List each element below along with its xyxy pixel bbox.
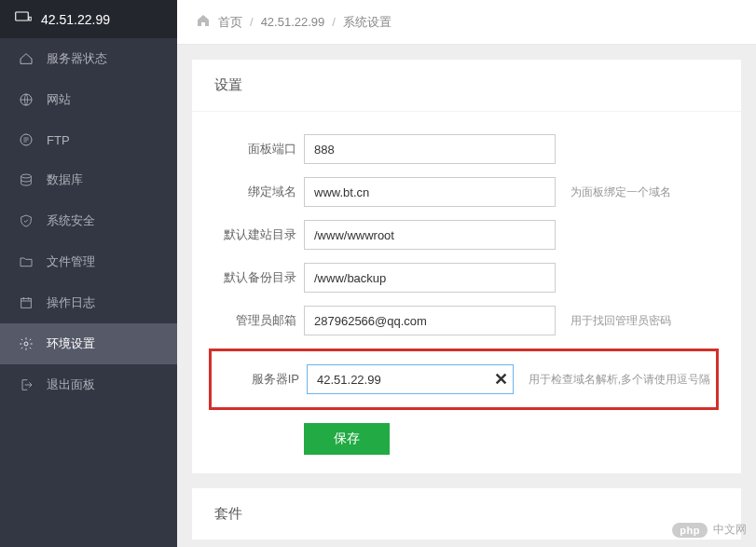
logout-icon [19, 377, 34, 392]
hint-serverip: 用于检查域名解析,多个请使用逗号隔 [529, 372, 710, 388]
label-siteroot: 默认建站目录 [214, 226, 296, 243]
label-port: 面板端口 [214, 141, 296, 157]
hint-domain: 为面板绑定一个域名 [570, 185, 671, 200]
breadcrumb-current: 系统设置 [343, 14, 392, 31]
svg-rect-5 [21, 298, 32, 308]
input-backupdir[interactable] [304, 263, 556, 293]
suite-title: 套件 [192, 488, 741, 540]
globe-icon [19, 92, 34, 107]
sidebar-header: 42.51.22.99 [0, 0, 177, 38]
shield-icon [19, 213, 34, 228]
row-adminmail: 管理员邮箱 用于找回管理员密码 [214, 306, 719, 335]
svg-point-6 [24, 342, 28, 346]
calendar-icon [19, 295, 34, 310]
sidebar-item-env[interactable]: 环境设置 [0, 323, 177, 364]
sidebar-item-website[interactable]: 网站 [0, 79, 177, 120]
gear-icon [19, 336, 34, 351]
input-port[interactable] [304, 134, 556, 164]
sidebar-item-label: 操作日志 [47, 294, 95, 311]
breadcrumb-home[interactable]: 首页 [218, 14, 242, 31]
dashboard-icon [19, 51, 34, 66]
row-serverip: 服务器IP ✕ 用于检查域名解析,多个请使用逗号隔 [217, 364, 710, 394]
svg-point-4 [21, 174, 32, 178]
sidebar-item-label: FTP [47, 133, 70, 147]
breadcrumb-sep: / [250, 15, 254, 29]
sidebar-item-files[interactable]: 文件管理 [0, 241, 177, 282]
row-panel-port: 面板端口 [214, 134, 719, 164]
home-icon [196, 13, 211, 31]
input-domain[interactable] [304, 177, 556, 207]
sidebar-item-label: 系统安全 [47, 212, 95, 229]
row-siteroot: 默认建站目录 [214, 220, 719, 250]
settings-title: 设置 [192, 60, 741, 112]
sidebar-item-logout[interactable]: 退出面板 [0, 364, 177, 405]
clear-icon[interactable]: ✕ [494, 371, 508, 388]
sidebar-item-security[interactable]: 系统安全 [0, 200, 177, 241]
highlight-serverip: 服务器IP ✕ 用于检查域名解析,多个请使用逗号隔 [209, 349, 719, 410]
svg-rect-0 [16, 12, 29, 21]
sidebar-item-label: 文件管理 [47, 253, 95, 270]
ftp-icon [19, 132, 34, 147]
folder-icon [19, 254, 34, 269]
save-button[interactable]: 保存 [304, 423, 390, 455]
sidebar-item-label: 退出面板 [47, 376, 95, 393]
breadcrumb-ip[interactable]: 42.51.22.99 [261, 15, 325, 29]
suite-panel: 套件 [192, 488, 741, 540]
sidebar-item-label: 服务器状态 [47, 50, 107, 67]
monitor-icon [15, 11, 32, 27]
sidebar: 42.51.22.99 服务器状态 网站 FTP 数据库 [0, 0, 177, 547]
input-adminmail[interactable] [304, 306, 556, 335]
watermark-text: 中文网 [713, 522, 747, 538]
label-serverip: 服务器IP [217, 371, 299, 388]
svg-rect-1 [29, 17, 31, 21]
sidebar-item-label: 数据库 [47, 171, 83, 188]
sidebar-item-ftp[interactable]: FTP [0, 120, 177, 159]
label-backupdir: 默认备份目录 [214, 269, 296, 286]
sidebar-item-logs[interactable]: 操作日志 [0, 282, 177, 323]
breadcrumb: 首页 / 42.51.22.99 / 系统设置 [177, 0, 756, 45]
sidebar-item-label: 环境设置 [47, 335, 95, 352]
input-siteroot[interactable] [304, 220, 556, 250]
row-backupdir: 默认备份目录 [214, 263, 719, 293]
sidebar-header-ip: 42.51.22.99 [41, 12, 110, 27]
label-domain: 绑定域名 [214, 184, 296, 200]
watermark-badge: php [672, 523, 708, 538]
watermark: php 中文网 [672, 522, 747, 538]
row-bind-domain: 绑定域名 为面板绑定一个域名 [214, 177, 719, 207]
database-icon [19, 172, 34, 187]
sidebar-item-database[interactable]: 数据库 [0, 159, 177, 200]
input-serverip[interactable] [307, 364, 514, 394]
settings-panel: 设置 面板端口 绑定域名 为面板绑定一个域名 默认建站目录 默认备份目录 [192, 60, 741, 473]
breadcrumb-sep: / [332, 15, 336, 29]
label-adminmail: 管理员邮箱 [214, 312, 296, 329]
hint-adminmail: 用于找回管理员密码 [570, 313, 671, 329]
main: 首页 / 42.51.22.99 / 系统设置 设置 面板端口 绑定域名 为面板… [177, 0, 756, 547]
sidebar-item-status[interactable]: 服务器状态 [0, 38, 177, 79]
sidebar-item-label: 网站 [47, 91, 71, 108]
